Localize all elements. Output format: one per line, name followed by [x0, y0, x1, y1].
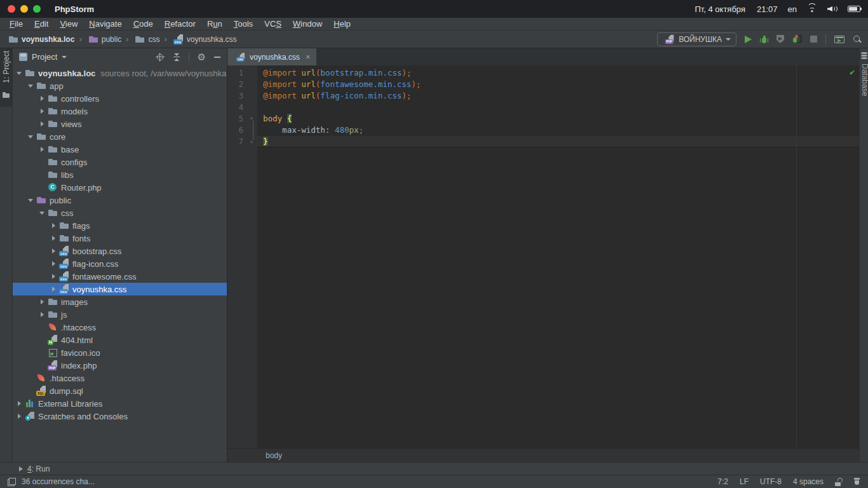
chevron-collapsed-icon[interactable]	[15, 401, 23, 406]
database-stripe-tab[interactable]: Database	[860, 64, 868, 96]
menu-window[interactable]: Window	[287, 19, 328, 29]
toolwindow-switcher-icon[interactable]	[8, 478, 16, 486]
tree-item-router-php[interactable]: CRouter.php	[13, 181, 227, 194]
menu-file[interactable]: File	[4, 19, 29, 29]
fullscreen-window-button[interactable]	[33, 5, 41, 13]
code-line-1[interactable]: 1@import url(bootstrap.min.css);	[227, 67, 859, 79]
locate-file-icon[interactable]	[156, 53, 165, 62]
chevron-collapsed-icon[interactable]	[38, 96, 46, 101]
code-line-4[interactable]: 4	[227, 102, 859, 113]
chevron-down-icon[interactable]	[62, 56, 67, 58]
menu-run[interactable]: Run	[201, 19, 228, 29]
tree-item-models[interactable]: models	[13, 105, 227, 118]
debug-button[interactable]	[760, 35, 768, 43]
chevron-collapsed-icon[interactable]	[50, 274, 57, 279]
chevron-collapsed-icon[interactable]	[38, 121, 46, 126]
menu-edit[interactable]: Edit	[29, 19, 54, 29]
tree-item-libs[interactable]: libs	[13, 168, 227, 181]
code-line-5[interactable]: 5▿body {	[227, 113, 859, 125]
tree-item-core[interactable]: core	[13, 130, 227, 143]
menu-view[interactable]: View	[54, 19, 83, 29]
chevron-collapsed-icon[interactable]	[50, 248, 57, 254]
menu-navigate[interactable]: Navigate	[83, 19, 127, 29]
tree-item-htaccess[interactable]: .htaccess	[13, 372, 227, 384]
tree-item-voynushka-loc[interactable]: voynushka.locsources root, /var/www/voyn…	[13, 67, 227, 79]
lock-icon[interactable]	[835, 478, 842, 486]
tree-item-fontawesome-css[interactable]: cssfontawesome.css	[13, 270, 227, 283]
chevron-collapsed-icon[interactable]	[50, 236, 57, 241]
fold-marker-icon[interactable]: ▿	[246, 113, 257, 125]
code-line-6[interactable]: 6 max-width: 480px;	[227, 125, 859, 136]
wifi-icon[interactable]	[807, 5, 817, 13]
tree-item-index-php[interactable]: PHPindex.php	[13, 359, 227, 372]
collapse-all-icon[interactable]	[173, 53, 180, 62]
editor-tab-voynushka-css[interactable]: css voynushka.css ×	[227, 48, 317, 65]
chevron-collapsed-icon[interactable]	[38, 312, 46, 317]
php-debug-listen-button[interactable]	[792, 35, 802, 43]
menu-help[interactable]: Help	[328, 19, 356, 29]
indent-setting[interactable]: 4 spaces	[793, 477, 824, 486]
chevron-collapsed-icon[interactable]	[38, 299, 46, 304]
editor-breadcrumb[interactable]: body	[227, 448, 859, 462]
stop-button[interactable]	[810, 36, 817, 43]
run-with-coverage-button[interactable]	[776, 35, 784, 43]
tree-item-voynushka-css[interactable]: cssvoynushka.css	[13, 283, 227, 295]
chevron-expanded-icon[interactable]	[27, 135, 34, 139]
code-line-7[interactable]: 7▵}	[227, 136, 859, 147]
tree-item-configs[interactable]: configs	[13, 156, 227, 168]
line-separator[interactable]: LF	[740, 477, 749, 486]
tree-item-js[interactable]: js	[13, 308, 227, 321]
tree-item-images[interactable]: images	[13, 295, 227, 308]
tree-item-fonts[interactable]: fonts	[13, 232, 227, 245]
project-panel-title[interactable]: Project	[32, 52, 57, 62]
run-toolwindow-icon[interactable]	[834, 36, 844, 43]
menu-vcs[interactable]: VCS	[259, 19, 287, 29]
run-toolwindow-button[interactable]: 4: Run	[27, 464, 50, 473]
close-window-button[interactable]	[8, 5, 15, 13]
chevron-expanded-icon[interactable]	[15, 72, 23, 75]
tree-item-flags[interactable]: flags	[13, 219, 227, 232]
tree-item-scratches-and-consoles[interactable]: Scratches and Consoles	[13, 410, 227, 423]
fold-marker-icon[interactable]: ▵	[246, 136, 257, 147]
inspector-profile-icon[interactable]	[853, 478, 860, 485]
chevron-collapsed-icon[interactable]	[38, 147, 46, 152]
chevron-collapsed-icon[interactable]	[50, 261, 57, 266]
tree-item-404-html[interactable]: H404.html	[13, 334, 227, 346]
tree-item-base[interactable]: base	[13, 143, 227, 156]
run-button[interactable]	[745, 36, 752, 43]
menu-tools[interactable]: Tools	[228, 19, 259, 29]
chevron-expanded-icon[interactable]	[27, 199, 34, 202]
gear-icon[interactable]: ⚙	[198, 53, 206, 62]
breadcrumb-voynushka-loc[interactable]: voynushka.loc	[6, 34, 74, 44]
code-line-2[interactable]: 2@import url(fontawesome.min.css);	[227, 79, 859, 90]
chevron-collapsed-icon[interactable]	[50, 287, 57, 292]
close-icon[interactable]: ×	[306, 52, 311, 62]
tree-item-controllers[interactable]: controllers	[13, 92, 227, 105]
project-stripe-tab[interactable]: 1: Project	[2, 51, 11, 83]
hide-panel-icon[interactable]	[214, 57, 220, 58]
keyboard-layout[interactable]: en	[788, 4, 797, 14]
caret-position[interactable]: 7:2	[717, 477, 728, 486]
tree-item-external-libraries[interactable]: External Libraries	[13, 397, 227, 410]
breadcrumb-voynushka-css[interactable]: cssvoynushka.css	[172, 34, 237, 44]
chevron-collapsed-icon[interactable]	[50, 223, 57, 228]
chevron-collapsed-icon[interactable]	[38, 109, 46, 114]
tree-item-css[interactable]: css	[13, 207, 227, 219]
battery-icon[interactable]	[848, 6, 860, 12]
breadcrumb-css[interactable]: css	[133, 34, 159, 44]
chevron-expanded-icon[interactable]	[27, 85, 34, 88]
code-line-3[interactable]: 3@import url(flag-icon.min.css);	[227, 90, 859, 102]
chevron-expanded-icon[interactable]	[38, 212, 46, 215]
tree-item-favicon-ico[interactable]: favicon.ico	[13, 346, 227, 359]
minimize-window-button[interactable]	[20, 5, 28, 13]
tree-item-public[interactable]: public	[13, 194, 227, 207]
tree-item-app[interactable]: app	[13, 79, 227, 92]
file-encoding[interactable]: UTF-8	[760, 477, 782, 486]
tree-item-flag-icon-css[interactable]: cssflag-icon.css	[13, 257, 227, 270]
tree-item-views[interactable]: views	[13, 118, 227, 130]
menu-refactor[interactable]: Refactor	[159, 19, 201, 29]
chevron-collapsed-icon[interactable]	[15, 414, 23, 419]
search-everywhere-icon[interactable]	[853, 35, 862, 44]
tree-item-bootstrap-css[interactable]: cssbootstrap.css	[13, 245, 227, 257]
tree-item-htaccess[interactable]: .htaccess	[13, 321, 227, 334]
